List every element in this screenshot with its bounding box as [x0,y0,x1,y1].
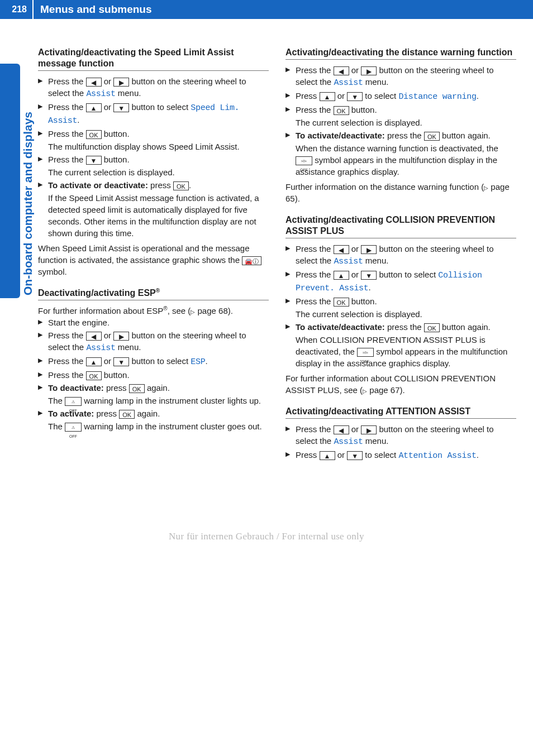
ok-button: OK [334,298,349,307]
up-arrow-button: ▲ [320,451,335,460]
step: To activate: press OK again. [38,408,269,419]
down-arrow-button: ▼ [361,271,377,280]
esp-off-icon: ⚠OFF [65,423,82,432]
ok-button: OK [129,384,145,393]
ok-button: OK [86,371,102,380]
ok-button: OK [173,181,189,190]
step: Press the ◀ or ▶ button on the steering … [285,243,516,267]
result-text: The current selection is displayed. [285,117,516,128]
menu-attention: Attention Assist [398,451,476,461]
page-number: 218 [0,0,32,19]
left-arrow-button: ◀ [86,78,102,87]
distance-off-icon: ≈!≈OFF [296,156,312,165]
paragraph: For further information about COLLISION … [285,372,516,396]
result-text: The multifunction display shows Speed Li… [38,141,269,152]
up-arrow-button: ▲ [320,92,335,101]
down-arrow-button: ▼ [347,451,363,460]
menu-distance-warning: Distance warning [398,92,476,102]
up-arrow-button: ▲ [334,271,349,280]
step: Press the ▲ or ▼ button to select ESP. [38,355,269,368]
step: To activate or deactivate: press OK. [38,179,269,191]
result-text: The ⚠OFF warning lamp in the instrument … [38,420,269,432]
up-arrow-button: ▲ [86,103,102,112]
heading-esp: Deactivating/activating ESP® [38,288,269,300]
step: Press the ▼ button. [38,154,269,165]
step: Press the ◀ or ▶ button on the steering … [285,64,516,89]
menu-assist: Assist [86,343,115,353]
step: Press the ◀ or ▶ button on the steering … [285,423,516,448]
left-arrow-button: ◀ [86,332,102,341]
step: Press the OK button. [38,369,269,381]
step: Press the ◀ or ▶ button on the steering … [38,329,269,354]
down-arrow-button: ▼ [113,357,129,366]
step: Press the ◀ or ▶ button on the steering … [38,75,269,100]
down-arrow-button: ▼ [347,92,363,101]
step: To activate/deactivate: press the OK but… [285,130,516,141]
left-arrow-button: ◀ [334,66,349,75]
page-ref-icon: ▷ [484,185,488,191]
result-text: The current selection is displayed. [285,308,516,320]
left-arrow-button: ◀ [334,425,349,434]
right-arrow-button: ▶ [361,66,377,75]
step: Press the OK button. [285,104,516,116]
ok-button: OK [424,132,440,141]
page-ref-icon: ▷ [363,388,367,394]
result-text: If the Speed Limit Assist message functi… [38,192,269,239]
step: Press the ▲ or ▼ button to select Speed … [38,101,269,127]
result-text: When COLLISION PREVENTION ASSIST PLUS is… [285,334,516,369]
step: Press ▲ or ▼ to select Distance warning. [285,90,516,103]
content: Activating/deactivating the Speed Limit … [0,19,533,474]
up-arrow-button: ▲ [86,357,102,366]
step: Press the OK button. [285,295,516,307]
result-text: When the distance warning function is de… [285,142,516,178]
paragraph: For further information about ESP®, see … [38,305,269,317]
heading-collision-prevention: Activating/deactivating COLLISION PREVEN… [285,214,516,238]
ok-button: OK [119,410,135,419]
down-arrow-button: ▼ [113,103,129,112]
left-arrow-button: ◀ [334,245,349,254]
step: Press the OK button. [38,128,269,140]
side-tab [0,64,20,298]
ok-button: OK [424,323,440,332]
step: Press ▲ or ▼ to select Attention Assist. [285,449,516,462]
menu-assist: Assist [334,78,363,88]
page-title: Menus and submenus [34,0,533,19]
footer-watermark: Nur für internen Gebrauch / For internal… [0,530,533,554]
down-arrow-button: ▼ [86,156,102,165]
ok-button: OK [86,130,102,139]
side-tab-label: On-board computer and displays [20,112,36,295]
right-arrow-button: ▶ [361,245,377,254]
step: Press the ▲ or ▼ button to select Collis… [285,269,516,294]
step: Start the engine. [38,317,269,328]
right-arrow-button: ▶ [113,332,129,341]
ok-button: OK [334,106,349,115]
right-arrow-button: ▶ [113,78,129,87]
step: To deactivate: press OK again. [38,382,269,394]
distance-off-icon: ≈!≈OFF [357,348,374,357]
step: To activate/deactivate: press the OK but… [285,321,516,333]
menu-esp: ESP [191,357,205,367]
result-text: The ⚠OFF warning lamp in the instrument … [38,395,269,406]
heading-speed-limit: Activating/deactivating the Speed Limit … [38,47,269,71]
menu-assist: Assist [86,89,115,99]
paragraph: Further information on the distance warn… [285,181,516,204]
right-column: Activating/deactivating the distance war… [285,47,516,463]
car-sign-icon: 🚘ⓘ [242,256,261,265]
heading-attention-assist: Activating/deactivating ATTENTION ASSIST [285,406,516,419]
heading-distance-warning: Activating/deactivating the distance war… [285,47,516,60]
left-column: Activating/deactivating the Speed Limit … [38,47,269,463]
right-arrow-button: ▶ [361,425,377,434]
esp-off-icon: ⚠OFF [65,397,82,406]
result-text: The current selection is displayed. [38,166,269,178]
header-bar: 218 Menus and submenus [0,0,533,19]
paragraph: When Speed Limit Assist is operational a… [38,242,269,277]
menu-assist: Assist [334,437,363,447]
menu-assist: Assist [334,257,363,266]
